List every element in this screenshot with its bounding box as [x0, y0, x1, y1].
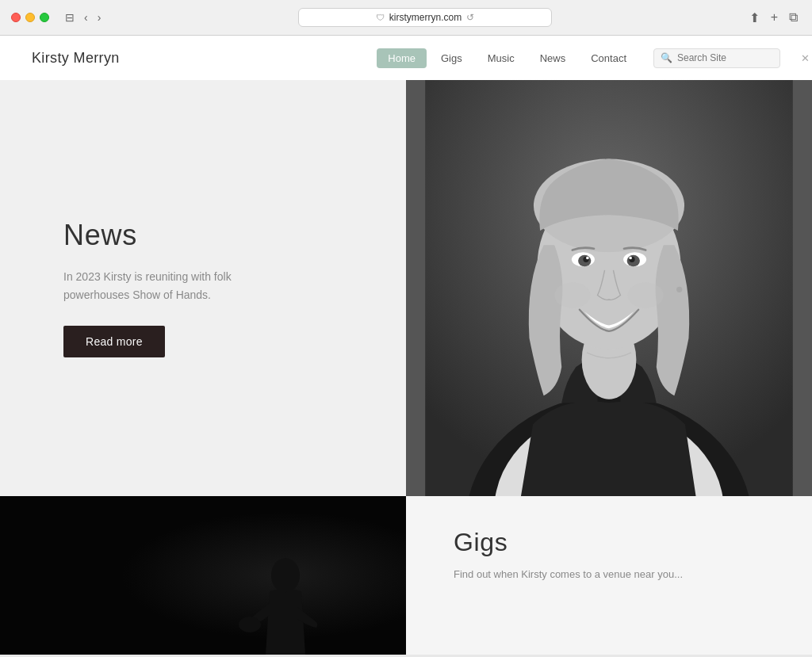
- nav-links: Home Gigs Music News Contact: [377, 48, 638, 68]
- dark-concert-photo: [0, 496, 406, 655]
- address-bar-area: 🛡 kirstymerryn.com ↺: [110, 8, 739, 27]
- svg-point-21: [239, 617, 261, 632]
- news-body: In 2023 Kirsty is reuniting with folk po…: [63, 268, 270, 304]
- browser-controls: ⊟ ‹ ›: [62, 10, 104, 25]
- website-content: Kirsty Merryn Home Gigs Music News Conta…: [0, 36, 812, 655]
- sidebar-toggle-button[interactable]: ⊟: [62, 10, 78, 25]
- gigs-subtitle: Find out when Kirsty comes to a venue ne…: [454, 567, 683, 583]
- share-button[interactable]: ⬆: [746, 9, 763, 27]
- reload-button[interactable]: ↺: [466, 12, 474, 23]
- new-tab-button[interactable]: +: [768, 9, 781, 26]
- news-section: News In 2023 Kirsty is reuniting with fo…: [0, 80, 406, 496]
- tabs-overview-button[interactable]: ⧉: [786, 9, 801, 26]
- svg-point-16: [628, 282, 664, 308]
- svg-point-17: [676, 287, 682, 292]
- shield-icon: 🛡: [376, 13, 385, 22]
- traffic-lights: [11, 13, 49, 22]
- svg-point-20: [271, 558, 300, 593]
- svg-point-10: [586, 257, 589, 260]
- search-bar[interactable]: 🔍 ✕: [653, 48, 780, 68]
- nav-link-contact[interactable]: Contact: [580, 48, 638, 68]
- url-text: kirstymerryn.com: [389, 12, 462, 23]
- portrait-photo: [406, 80, 812, 496]
- news-title: News: [63, 219, 137, 252]
- nav-link-news[interactable]: News: [529, 48, 577, 68]
- svg-point-15: [554, 282, 590, 308]
- forward-button[interactable]: ›: [94, 10, 105, 25]
- close-button[interactable]: [11, 13, 21, 22]
- browser-chrome: ⊟ ‹ › 🛡 kirstymerryn.com ↺ ⬆ + ⧉: [0, 0, 812, 36]
- dark-photo-section: [0, 496, 406, 655]
- search-clear-icon[interactable]: ✕: [801, 52, 810, 64]
- gigs-section: Gigs Find out when Kirsty comes to a ven…: [406, 496, 812, 655]
- svg-point-14: [629, 257, 632, 260]
- nav-link-music[interactable]: Music: [477, 48, 526, 68]
- maximize-button[interactable]: [40, 13, 49, 22]
- search-icon: 🔍: [661, 52, 672, 63]
- svg-rect-19: [0, 496, 406, 655]
- nav-link-home[interactable]: Home: [377, 48, 427, 68]
- portrait-section: [406, 80, 812, 496]
- gigs-title: Gigs: [454, 528, 508, 557]
- search-input[interactable]: [677, 52, 796, 63]
- nav-link-gigs[interactable]: Gigs: [430, 48, 473, 68]
- site-nav: Kirsty Merryn Home Gigs Music News Conta…: [0, 36, 812, 80]
- read-more-button[interactable]: Read more: [63, 326, 165, 357]
- back-button[interactable]: ‹: [81, 10, 91, 25]
- browser-titlebar: ⊟ ‹ › 🛡 kirstymerryn.com ↺ ⬆ + ⧉: [0, 0, 812, 35]
- minimize-button[interactable]: [25, 13, 35, 22]
- main-grid: News In 2023 Kirsty is reuniting with fo…: [0, 80, 812, 655]
- address-bar[interactable]: 🛡 kirstymerryn.com ↺: [298, 8, 552, 27]
- site-logo[interactable]: Kirsty Merryn: [32, 50, 120, 67]
- browser-actions: ⬆ + ⧉: [746, 9, 801, 27]
